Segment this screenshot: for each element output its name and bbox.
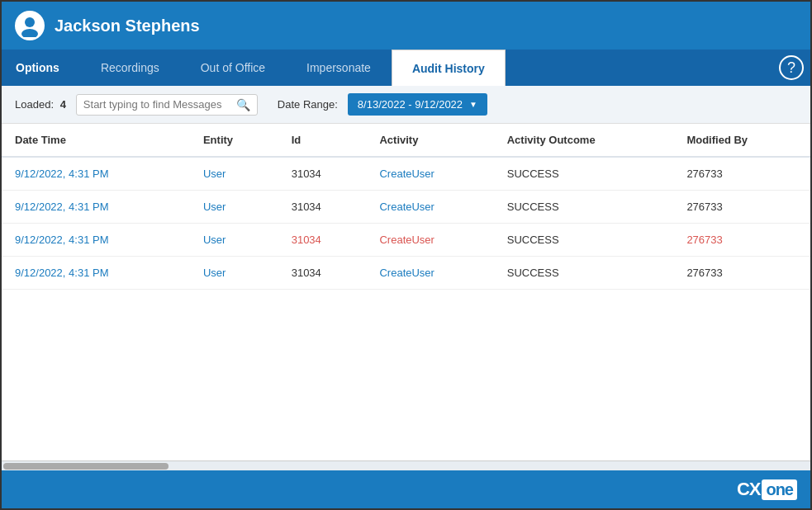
cell-id[interactable]: 31034 — [278, 257, 367, 290]
cell-entity[interactable]: User — [190, 191, 278, 224]
nav-bar: Options Recordings Out of Office Imperso… — [2, 50, 810, 86]
cell-id[interactable]: 31034 — [278, 224, 367, 257]
search-input-wrapper[interactable]: 🔍 — [76, 94, 258, 116]
horizontal-scroll-bar[interactable] — [2, 460, 810, 470]
table-row: 9/12/2022, 4:31 PMUser31034CreateUserSUC… — [2, 257, 810, 290]
tab-audit-history[interactable]: Audit History — [392, 50, 506, 86]
loaded-label: Loaded: 4 — [15, 98, 66, 111]
cell-activity-outcome: SUCCESS — [494, 224, 674, 257]
cell-entity[interactable]: User — [190, 224, 278, 257]
avatar — [15, 11, 45, 40]
cell-date-time[interactable]: 9/12/2022, 4:31 PM — [2, 157, 190, 191]
cell-modified-by[interactable]: 276733 — [673, 257, 810, 290]
tab-recordings[interactable]: Recordings — [80, 50, 180, 86]
table-row: 9/12/2022, 4:31 PMUser31034CreateUserSUC… — [2, 157, 810, 191]
toolbar: Loaded: 4 🔍 Date Range: 8/13/2022 - 9/12… — [2, 86, 810, 124]
col-activity-outcome: Activity Outcome — [494, 124, 674, 157]
loaded-count: 4 — [60, 98, 66, 111]
tab-options[interactable]: Options — [5, 50, 80, 86]
cell-modified-by[interactable]: 276733 — [673, 224, 810, 257]
date-range-value: 8/13/2022 - 9/12/2022 — [358, 98, 463, 111]
date-range-label: Date Range: — [278, 98, 338, 111]
cell-id[interactable]: 31034 — [278, 191, 367, 224]
cell-activity-outcome: SUCCESS — [494, 191, 674, 224]
user-name: Jackson Stephens — [55, 17, 200, 35]
date-range-button[interactable]: 8/13/2022 - 9/12/2022 ▼ — [348, 93, 487, 116]
cell-modified-by[interactable]: 276733 — [673, 191, 810, 224]
col-entity: Entity — [190, 124, 278, 157]
footer: CX one — [2, 470, 810, 508]
cell-activity-outcome: SUCCESS — [494, 157, 674, 191]
cell-date-time[interactable]: 9/12/2022, 4:31 PM — [2, 191, 190, 224]
cell-id[interactable]: 31034 — [278, 157, 367, 191]
help-icon[interactable]: ? — [779, 55, 804, 80]
cell-activity-outcome: SUCCESS — [494, 257, 674, 290]
tab-out-of-office[interactable]: Out of Office — [180, 50, 286, 86]
chevron-down-icon: ▼ — [469, 100, 477, 109]
scroll-thumb[interactable] — [3, 463, 169, 470]
cell-activity[interactable]: CreateUser — [366, 224, 493, 257]
cxone-logo: CX one — [737, 479, 797, 500]
cell-entity[interactable]: User — [190, 157, 278, 191]
cell-date-time[interactable]: 9/12/2022, 4:31 PM — [2, 224, 190, 257]
svg-point-0 — [25, 17, 35, 27]
cell-activity[interactable]: CreateUser — [366, 191, 493, 224]
logo-cx: CX — [737, 479, 761, 500]
app-header: Jackson Stephens — [2, 2, 810, 50]
cell-activity[interactable]: CreateUser — [366, 157, 493, 191]
cell-activity[interactable]: CreateUser — [366, 257, 493, 290]
cell-entity[interactable]: User — [190, 257, 278, 290]
logo-one: one — [762, 479, 797, 500]
svg-point-1 — [21, 29, 38, 37]
table-row: 9/12/2022, 4:31 PMUser31034CreateUserSUC… — [2, 224, 810, 257]
col-date-time: Date Time — [2, 124, 190, 157]
tab-impersonate[interactable]: Impersonate — [286, 50, 392, 86]
cell-modified-by[interactable]: 276733 — [673, 157, 810, 191]
search-icon[interactable]: 🔍 — [236, 98, 250, 111]
audit-table: Date Time Entity Id Activity Activity Ou… — [2, 124, 810, 290]
search-input[interactable] — [83, 98, 233, 111]
col-id: Id — [278, 124, 367, 157]
col-modified-by: Modified By — [673, 124, 810, 157]
col-activity: Activity — [366, 124, 493, 157]
table-row: 9/12/2022, 4:31 PMUser31034CreateUserSUC… — [2, 191, 810, 224]
table-header-row: Date Time Entity Id Activity Activity Ou… — [2, 124, 810, 157]
audit-table-container: Date Time Entity Id Activity Activity Ou… — [2, 124, 810, 460]
cell-date-time[interactable]: 9/12/2022, 4:31 PM — [2, 257, 190, 290]
